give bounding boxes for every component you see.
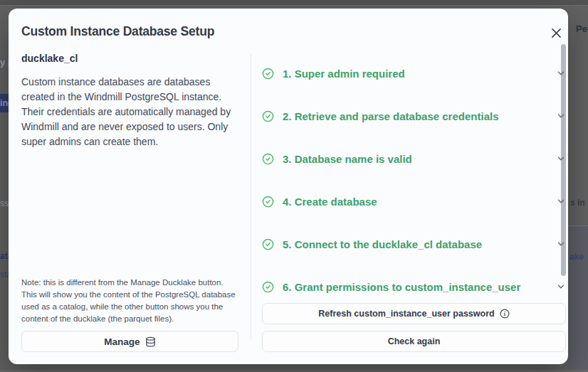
- manage-button-label: Manage: [104, 336, 140, 347]
- step-row-5[interactable]: 5. Connect to the ducklake_cl database: [262, 235, 566, 253]
- manage-note: Note: this is different from the Manage …: [21, 277, 241, 325]
- refresh-password-button[interactable]: Refresh custom_instance_user password: [262, 303, 566, 324]
- background-text-fragment: Pe: [576, 23, 587, 34]
- step-label: 3. Database name is valid: [283, 153, 547, 165]
- check-circle-icon: [262, 196, 274, 208]
- check-circle-icon: [262, 110, 274, 122]
- background-topbar: [0, 0, 588, 6]
- step-label: 6. Grant permissions to custom_instance_…: [283, 281, 547, 293]
- refresh-password-button-label: Refresh custom_instance_user password: [318, 309, 494, 319]
- check-circle-icon: [262, 68, 274, 80]
- step-label: 2. Retrieve and parse database credentia…: [283, 110, 547, 122]
- column-divider: [251, 54, 251, 339]
- database-name-heading: ducklake_cl: [21, 53, 78, 64]
- database-description: Custom instance databases are databases …: [21, 75, 242, 149]
- modal-title: Custom Instance Database Setup: [21, 24, 214, 39]
- check-again-button-label: Check again: [388, 336, 441, 346]
- step-label: 1. Super admin required: [283, 68, 547, 80]
- background-panel: [567, 226, 588, 372]
- close-button[interactable]: [547, 23, 565, 42]
- check-circle-icon: [262, 153, 274, 165]
- background-text-fragment: ake: [569, 252, 584, 262]
- chevron-down-icon: [556, 154, 566, 164]
- database-icon: [145, 336, 156, 347]
- step-row-6[interactable]: 6. Grant permissions to custom_instance_…: [262, 278, 566, 295]
- background-text-fragment: ss: [0, 198, 9, 208]
- step-row-4[interactable]: 4. Create database: [262, 193, 566, 210]
- close-icon: [550, 26, 563, 40]
- chevron-down-icon: [556, 282, 566, 292]
- manage-button[interactable]: Manage: [21, 331, 238, 352]
- chevron-down-icon: [556, 196, 566, 206]
- step-row-2[interactable]: 2. Retrieve and parse database credentia…: [262, 107, 566, 124]
- step-row-1[interactable]: 1. Super admin required: [262, 65, 566, 82]
- check-circle-icon: [262, 281, 274, 293]
- check-again-button[interactable]: Check again: [262, 331, 566, 352]
- info-icon: [500, 309, 510, 319]
- chevron-down-icon: [556, 111, 566, 121]
- screen: y s ing ss ata sta Pe s in ake Custom In…: [0, 0, 588, 372]
- check-circle-icon: [262, 238, 274, 250]
- step-row-3[interactable]: 3. Database name is valid: [262, 150, 566, 167]
- chevron-down-icon: [556, 68, 566, 78]
- chevron-down-icon: [556, 239, 566, 249]
- step-label: 4. Create database: [283, 196, 547, 208]
- background-text-fragment: s in: [570, 198, 585, 208]
- step-label: 5. Connect to the ducklake_cl database: [283, 238, 547, 250]
- custom-instance-database-setup-modal: Custom Instance Database Setup ducklake_…: [9, 9, 568, 364]
